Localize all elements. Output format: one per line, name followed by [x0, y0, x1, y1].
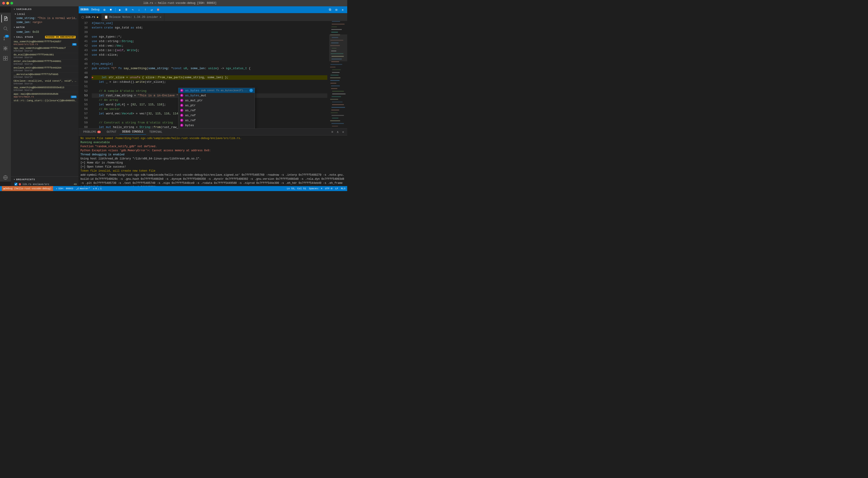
status-line-ending[interactable]: LF [335, 187, 338, 190]
panel-expand-button[interactable]: ≡ [330, 130, 335, 134]
info-button-as-bytes[interactable]: ⓘ [249, 89, 253, 92]
close-button[interactable] [2, 2, 5, 4]
status-encoding[interactable]: UTF-8 [325, 187, 333, 190]
variable-some-len[interactable]: some_len: <args> [11, 20, 79, 24]
ac-item-char-indices[interactable]: m char_indices [178, 128, 255, 128]
panel-maximize-button[interactable]: ∧ [336, 130, 340, 134]
breakpoint-item-0[interactable]: lib.rs enclave/src 49 [11, 182, 79, 186]
terminal-tab[interactable]: TERMINAL [147, 129, 165, 135]
minimap[interactable] [329, 21, 347, 128]
method-icon: m [180, 124, 183, 127]
status-right: Ln 53, Col 51 Spaces: 4 UTF-8 LF RLS [287, 187, 345, 190]
status-cursor[interactable]: Ln 53, Col 51 [287, 187, 306, 190]
step-over-button[interactable]: ↷ [130, 7, 135, 12]
status-encoding-label: UTF-8 [325, 187, 333, 190]
tab-lib-rs[interactable]: ⬡ lib.rs ● [79, 13, 101, 21]
status-ssh[interactable]: ⚡ SSH: 80863 [56, 187, 73, 190]
code-line-48 [92, 71, 327, 75]
close-editor[interactable]: ✕ [340, 7, 345, 12]
ac-item-as-ptr[interactable]: m as_ptr [178, 103, 255, 108]
callstack-frame-8[interactable]: app::main@0x00005555555555d5d6 app/src/m… [11, 92, 79, 99]
status-debug-session[interactable]: ▶ Debug (hello-rust-vscode-debug) [2, 186, 53, 191]
panel-close-button[interactable]: ✕ [341, 130, 345, 134]
ac-item-bytes[interactable]: m bytes [178, 123, 255, 128]
autocomplete-dropdown: m as_bytes pub const fn as_bytes(&self).… [178, 88, 255, 128]
method-icon: m [180, 99, 183, 102]
code-line-47: pub extern "C" fn say_something(some_str… [92, 66, 327, 71]
method-icon: m [180, 114, 183, 117]
split-editor[interactable]: ⊟ [334, 7, 339, 12]
svg-point-3 [4, 27, 7, 30]
panel-tabs: PROBLEMS 1 OUTPUT DEBUG CONSOLE TERMINAL… [79, 129, 347, 136]
window-controls[interactable]: ⧉ [327, 7, 333, 12]
step-out-button[interactable]: ↑ [143, 7, 148, 12]
tab-label-lib-rs: lib.rs [86, 16, 95, 19]
maximize-button[interactable] [10, 2, 13, 4]
code-line-41: use std::string::String; [92, 39, 327, 43]
minimap-canvas [329, 21, 347, 128]
callstack-frame-2[interactable]: do_ecall@0x00007ffff540c881 Unknown Sour… [11, 53, 79, 59]
stop-debug-button[interactable]: ■ [108, 7, 114, 12]
callstack-frame-9[interactable]: std::rt::lang_start::{{closure}}@0x00005… [11, 99, 79, 103]
explorer-icon[interactable] [1, 14, 9, 23]
callstack-frame-0[interactable]: say_something@0x00007ffff5428d57 enclave… [11, 40, 79, 47]
main-layout: ▾ VARIABLES ▾ Local some_string: "This i… [11, 6, 347, 186]
callstack-frame-5[interactable]: __morestack@0x00007ffff7bf6695 Unknown S… [11, 72, 79, 79]
restart-button[interactable]: ↺ [149, 7, 154, 12]
rust-file-icon: ⬡ [81, 16, 84, 19]
panel-content[interactable]: No source file named /home/ding/rust-sgx… [79, 136, 347, 186]
continue-button[interactable]: ▶ [117, 7, 123, 12]
problems-tab[interactable]: PROBLEMS 1 [81, 129, 103, 135]
status-branch[interactable]: ⎇ master* [76, 187, 90, 190]
output-line-2: Function "random_stack_notify_gdb" not d… [81, 145, 345, 149]
ac-item-as-bytes-mut[interactable]: m as_bytes_mut [178, 93, 255, 98]
breakpoints-header[interactable]: ▾ BREAKPOINTS [11, 177, 79, 182]
watch-header[interactable]: ▾ WATCH [11, 24, 79, 30]
callstack-frame-4[interactable]: enclave_entry@0x00007ffff5449284 Unknown… [11, 66, 79, 72]
output-tab[interactable]: OUTPUT [104, 129, 119, 135]
code-line-45 [92, 57, 327, 62]
tab-label-release-notes: Release Notes: 1.34.20-insider [110, 16, 158, 19]
variable-some-string[interactable]: some_string: "This is a normal world str… [11, 16, 79, 20]
activity-bar: 21 [0, 13, 11, 182]
tab-close-release-notes[interactable]: ✕ [160, 15, 161, 19]
step-into-button[interactable]: ↓ [136, 7, 142, 12]
code-line-42: use std::vec::Vec; [92, 43, 327, 48]
ac-item-as-ref-2[interactable]: m as_ref [178, 113, 255, 118]
debug-icon[interactable] [1, 44, 9, 53]
local-group[interactable]: ▾ Local [11, 12, 79, 16]
ac-item-as-ref-3[interactable]: m as_ref [178, 118, 255, 123]
breakpoints-section: ▾ BREAKPOINTS lib.rs enclave/src 49 [11, 176, 79, 186]
code-line-40: use sgx_types::*; [92, 35, 327, 39]
ac-item-as-bytes[interactable]: m as_bytes pub const fn as_bytes(&self).… [178, 88, 255, 93]
configure-debug-button[interactable]: ⚙ [102, 7, 107, 12]
minimize-button[interactable] [6, 2, 9, 4]
debug-label: DEBUG [81, 8, 89, 11]
variables-section: ▾ VARIABLES ▾ Local some_string: "This i… [11, 6, 79, 24]
tab-release-notes[interactable]: 📋 Release Notes: 1.34.20-insider ✕ [101, 13, 164, 21]
variables-header[interactable]: ▾ VARIABLES [11, 6, 79, 12]
callstack-frame-1[interactable]: sgx_say_something@0x00007ffff5409cf Unkn… [11, 47, 79, 53]
status-errors[interactable]: ✕ 0 ⚠ 1 [93, 187, 101, 190]
extensions-icon[interactable] [1, 54, 9, 62]
status-branch-label: master* [80, 187, 90, 190]
remote-icon[interactable] [1, 173, 9, 182]
ac-item-as-ref-1[interactable]: m as_ref [178, 108, 255, 113]
disconnect-button[interactable]: ⏹ [155, 7, 161, 12]
release-notes-icon: 📋 [104, 15, 108, 19]
ac-item-as-mut-ptr[interactable]: m as_mut_ptr [178, 98, 255, 103]
callstack-frame-3[interactable]: enter_enclave@0x00007ffff5440091 Unknown… [11, 59, 79, 66]
breakpoint-checkbox[interactable] [14, 183, 18, 186]
debug-console-tab[interactable]: DEBUG CONSOLE [120, 129, 146, 135]
callstack-frame-7[interactable]: say_something@0x00005555555555e813 Unkno… [11, 86, 79, 92]
pause-button[interactable]: ⏸ [124, 7, 129, 12]
source-control-icon[interactable]: 21 [1, 34, 9, 42]
search-icon[interactable] [1, 24, 9, 33]
watch-some-len[interactable]: some_len: 0x33 [11, 30, 79, 34]
tab-bar: ⬡ lib.rs ● 📋 Release Notes: 1.34.20-insi… [79, 13, 347, 21]
method-icon: m [180, 119, 183, 122]
status-spaces[interactable]: Spaces: 4 [309, 187, 322, 190]
callstack-frame-6[interactable]: CEnclave::ecall(int, void const*, void*,… [11, 79, 79, 86]
status-language[interactable]: RLS [341, 187, 345, 190]
callstack-header[interactable]: ▾ CALL STACK PAUSED ON BREAKPOINT [11, 34, 79, 40]
